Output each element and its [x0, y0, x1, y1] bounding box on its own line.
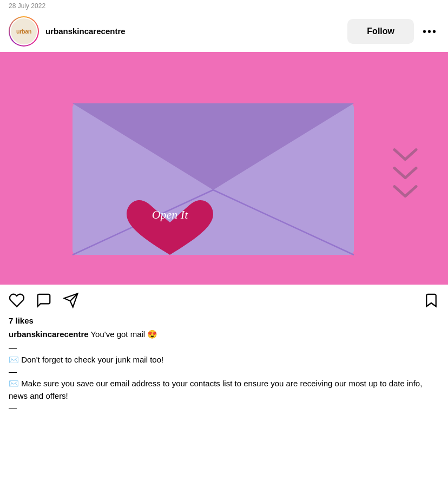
- chevrons-container: [392, 148, 418, 200]
- dash-2: —: [9, 367, 439, 376]
- chevron-2: [392, 166, 418, 181]
- bookmark-button[interactable]: [423, 292, 439, 308]
- avatar-wrapper[interactable]: urban: [9, 16, 39, 47]
- caption-line-2: ✉️ Make sure you save our email address …: [9, 377, 439, 403]
- dash-1: —: [9, 343, 439, 352]
- username-area: urbanskincarecentre: [45, 27, 341, 36]
- comment-button[interactable]: [36, 292, 52, 308]
- envelope-container: Open It: [62, 71, 365, 266]
- chevron-3: [392, 185, 418, 200]
- follow-button[interactable]: Follow: [347, 19, 414, 44]
- caption-handle[interactable]: urbanskincarecentre: [9, 330, 89, 339]
- caption-body: You've got mail 😍: [90, 330, 157, 339]
- caption: urbanskincarecentre You've got mail 😍: [9, 328, 439, 341]
- comment-icon: [36, 292, 52, 308]
- heart-icon: [9, 292, 25, 308]
- avatar-inner: urban: [10, 17, 38, 45]
- more-options-button[interactable]: •••: [420, 25, 439, 38]
- svg-text:Open It: Open It: [152, 208, 188, 221]
- post-image: Open It: [0, 52, 448, 285]
- post-date: 28 July 2022: [9, 2, 45, 10]
- avatar: urban: [11, 18, 37, 44]
- send-icon: [63, 292, 79, 308]
- caption-line-1: ✉️ Don't forget to check your junk mail …: [9, 353, 439, 366]
- post-header: urban urbanskincarecentre Follow •••: [0, 11, 448, 52]
- bookmark-icon: [423, 292, 439, 308]
- envelope-svg: Open It: [62, 71, 365, 266]
- username-label[interactable]: urbanskincarecentre: [45, 27, 126, 36]
- dash-3: —: [9, 403, 439, 412]
- date-bar: 28 July 2022: [0, 0, 448, 11]
- action-bar: [0, 285, 448, 316]
- like-button[interactable]: [9, 292, 25, 308]
- chevron-1: [392, 148, 418, 163]
- share-button[interactable]: [63, 292, 79, 308]
- post-content: 7 likes urbanskincarecentre You've got m…: [0, 316, 448, 412]
- likes-count[interactable]: 7 likes: [9, 316, 439, 325]
